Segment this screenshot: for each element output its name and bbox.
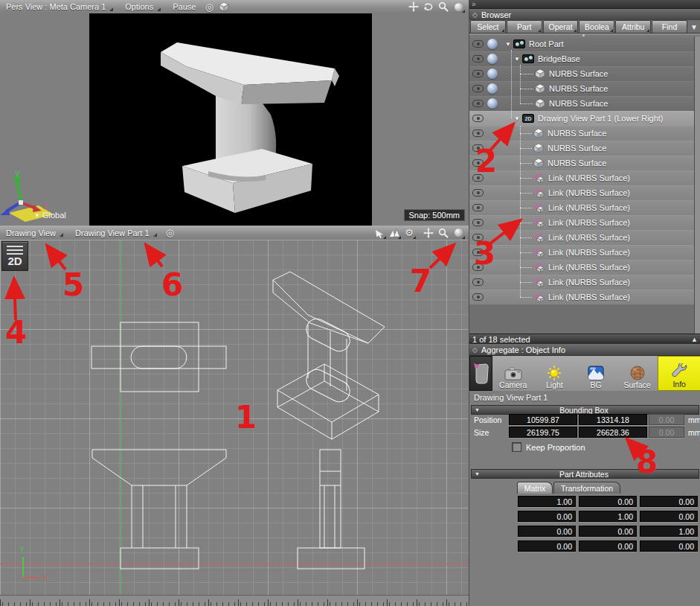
eye-visibility-icon[interactable] <box>472 144 484 152</box>
eye-visibility-icon[interactable] <box>472 55 484 63</box>
info-tab[interactable]: Info <box>658 356 700 391</box>
matrix-cell[interactable]: 0.00 <box>518 511 576 522</box>
background-tab[interactable]: BG <box>575 356 617 391</box>
tree-row-root-part[interactable]: ▼ Root Part <box>469 36 694 51</box>
collapse-triangle-icon[interactable]: ▼ <box>475 407 480 412</box>
browser-panel-header[interactable]: ◇ Browser <box>469 9 700 21</box>
eye-visibility-icon[interactable] <box>472 189 484 197</box>
tree-row-link[interactable]: Link (NURBS Surface) <box>469 290 694 304</box>
eye-visibility-icon[interactable] <box>472 159 484 167</box>
transformation-tab[interactable]: Transformation <box>553 482 620 494</box>
collapse-up-icon[interactable]: ▲ <box>691 336 698 343</box>
matrix-cell[interactable]: 0.00 <box>640 496 698 507</box>
cube-display-icon[interactable] <box>218 1 230 13</box>
surface-tab[interactable]: Surface <box>617 356 658 391</box>
render-flag-ball-icon[interactable] <box>487 68 498 79</box>
target-icon[interactable]: ◎ <box>164 227 176 239</box>
tab-overflow-button[interactable]: ▼ <box>688 21 700 33</box>
tree-row-nurbs-surface[interactable]: NURBS Surface <box>469 141 694 156</box>
aggregate-mode-button[interactable] <box>469 356 492 391</box>
tab-select[interactable]: Select <box>470 20 506 33</box>
size-x-field[interactable]: 26199.75 <box>509 427 577 438</box>
position-x-field[interactable]: 10599.87 <box>509 414 577 425</box>
drawing-canvas[interactable]: Y X 2D <box>0 240 469 606</box>
tab-find[interactable]: Find <box>652 20 687 33</box>
matrix-cell[interactable]: 0.00 <box>579 540 637 552</box>
tree-row-drawing-view-part[interactable]: ▼ 2D Drawing View Part 1 (Lower Right) <box>469 111 694 126</box>
horizontal-ruler[interactable] <box>0 595 469 606</box>
tab-attribute[interactable]: Attribu <box>615 20 651 33</box>
eye-visibility-icon[interactable] <box>472 249 484 256</box>
rotate-tool-icon[interactable] <box>423 1 434 13</box>
eye-visibility-icon[interactable] <box>472 293 484 301</box>
drawing-view-menu[interactable]: Drawing View <box>0 226 69 240</box>
tree-row-link[interactable]: Link (NURBS Surface) <box>469 245 694 260</box>
matrix-tab[interactable]: Matrix <box>517 482 553 494</box>
object-info-header[interactable]: ◇ Aggregate : Object Info <box>469 344 700 356</box>
matrix-cell[interactable]: 0.00 <box>518 540 576 552</box>
tree-scrollbar[interactable] <box>694 36 700 334</box>
tab-boolean[interactable]: Boolea <box>579 20 614 33</box>
position-y-field[interactable]: 13314.18 <box>579 414 647 425</box>
matrix-cell[interactable]: 0.00 <box>579 526 637 537</box>
matrix-cell[interactable]: 0.00 <box>640 540 698 552</box>
eye-visibility-icon[interactable] <box>472 130 484 137</box>
pause-button[interactable]: Pause <box>167 0 202 13</box>
options-menu[interactable]: Options <box>119 0 167 13</box>
target-icon[interactable]: ◎ <box>203 1 215 13</box>
eye-visibility-icon[interactable] <box>472 264 484 271</box>
tree-row-link[interactable]: Link (NURBS Surface) <box>469 230 694 245</box>
matrix-cell[interactable]: 0.00 <box>518 526 576 537</box>
tree-row-nurbs-surface[interactable]: NURBS Surface <box>469 126 694 141</box>
tab-part[interactable]: Part <box>507 20 542 33</box>
eye-visibility-icon[interactable] <box>472 204 484 211</box>
tree-row-nurbs-surface[interactable]: NURBS Surface <box>469 81 694 96</box>
keep-proportion-option[interactable]: Keep Proportion <box>512 442 585 452</box>
light-tab[interactable]: Light <box>534 356 576 391</box>
eye-visibility-icon[interactable] <box>472 219 484 226</box>
tree-row-nurbs-surface[interactable]: NURBS Surface <box>469 156 694 170</box>
pan-tool-icon[interactable] <box>423 227 434 239</box>
tree-row-nurbs-surface[interactable]: NURBS Surface <box>469 66 694 81</box>
zoom-tool-icon[interactable] <box>437 227 449 239</box>
keep-proportion-checkbox[interactable] <box>512 442 521 452</box>
eye-visibility-icon[interactable] <box>472 234 484 241</box>
camera-tab[interactable]: Camera <box>492 356 534 391</box>
eye-visibility-icon[interactable] <box>472 40 484 48</box>
render-flag-ball-icon[interactable] <box>487 39 498 49</box>
matrix-cell[interactable]: 0.00 <box>579 496 637 507</box>
render-flag-ball-icon[interactable] <box>487 54 498 64</box>
settings-gear-icon[interactable]: ⚙ <box>403 227 415 239</box>
eye-visibility-icon[interactable] <box>472 100 484 107</box>
tree-row-link[interactable]: Link (NURBS Surface) <box>469 185 694 200</box>
figure-tool-icon[interactable] <box>388 227 400 239</box>
size-y-field[interactable]: 26628.36 <box>579 427 647 438</box>
matrix-cell[interactable]: 1.00 <box>579 511 637 522</box>
eye-visibility-icon[interactable] <box>472 85 484 92</box>
matrix-cell[interactable]: 0.00 <box>640 511 698 522</box>
collapse-triangle-icon[interactable]: ▼ <box>475 471 480 476</box>
shading-sphere-icon[interactable] <box>452 227 464 239</box>
eye-visibility-icon[interactable] <box>472 70 484 77</box>
zoom-tool-icon[interactable] <box>437 1 449 13</box>
expand-triangle-icon[interactable]: ▼ <box>505 41 513 48</box>
coordinate-space-selector[interactable]: ▼ Global <box>34 211 66 220</box>
pers-render-area[interactable] <box>89 13 372 226</box>
expand-triangle-icon[interactable]: ▼ <box>514 115 522 122</box>
tree-row-nurbs-surface[interactable]: NURBS Surface <box>469 96 694 111</box>
render-flag-ball-icon[interactable] <box>487 83 498 94</box>
shading-sphere-icon[interactable] <box>452 1 464 13</box>
expand-triangle-icon[interactable]: ▼ <box>514 56 522 63</box>
eye-visibility-icon[interactable] <box>472 115 484 122</box>
eye-visibility-icon[interactable] <box>472 278 484 286</box>
eye-visibility-icon[interactable] <box>472 174 484 182</box>
select-tool-icon[interactable] <box>373 227 385 239</box>
2d-mode-button[interactable]: 2D <box>1 241 28 271</box>
pan-tool-icon[interactable] <box>408 1 420 13</box>
tree-row-link[interactable]: Link (NURBS Surface) <box>469 275 694 290</box>
tree-row-link[interactable]: Link (NURBS Surface) <box>469 170 694 185</box>
tree-row-link[interactable]: Link (NURBS Surface) <box>469 200 694 215</box>
tab-operation[interactable]: Operat <box>543 20 579 33</box>
pers-view-camera-menu[interactable]: Pers View : Meta Camera 1 <box>0 0 119 13</box>
matrix-cell[interactable]: 1.00 <box>518 496 576 507</box>
